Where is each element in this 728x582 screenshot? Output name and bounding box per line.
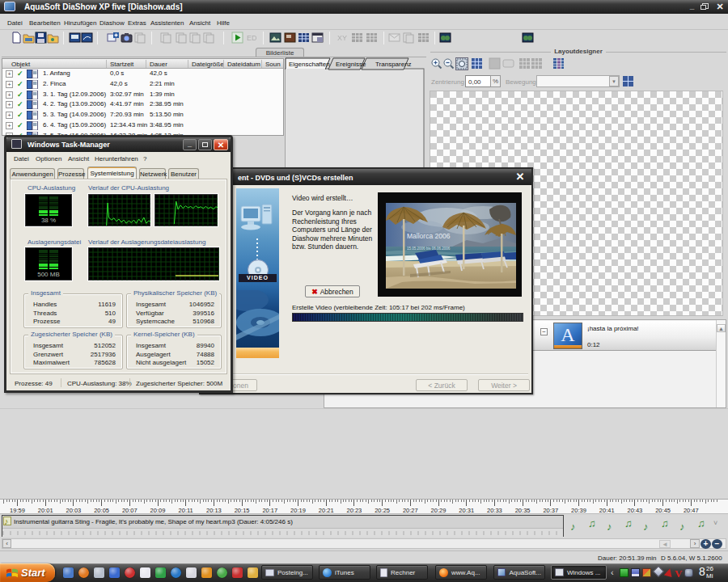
svg-text:ED: ED	[247, 34, 257, 42]
svg-text:Eigenschaften: Eigenschaften	[289, 61, 330, 68]
svg-text:Ereignisse: Ereignisse	[336, 61, 366, 68]
svg-text:XY: XY	[337, 34, 347, 42]
svg-text:Transparenz: Transparenz	[375, 61, 412, 68]
svg-text:15.05.2006 bis 06.06.2006: 15.05.2006 bis 06.06.2006	[407, 247, 451, 251]
svg-text:Mallorca 2006: Mallorca 2006	[407, 232, 451, 240]
